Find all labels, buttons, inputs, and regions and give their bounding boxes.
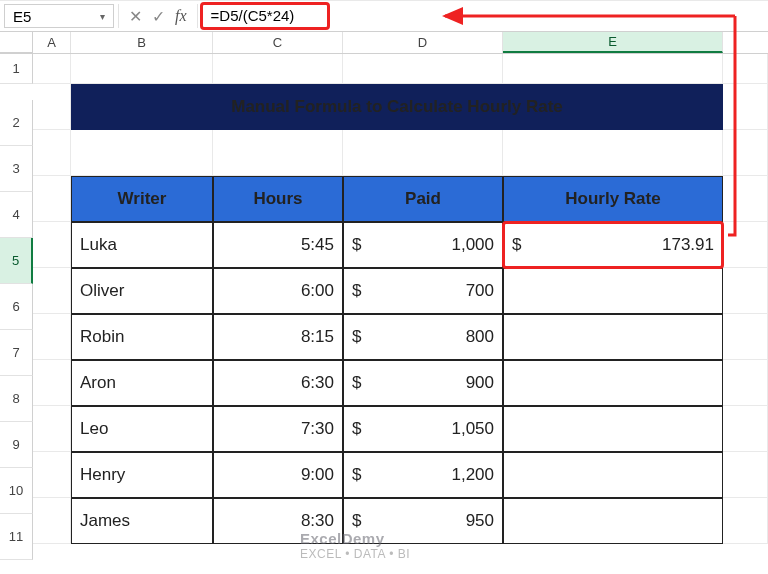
cell[interactable] <box>33 130 71 176</box>
row-header-6[interactable]: 6 <box>0 284 33 330</box>
header-hours[interactable]: Hours <box>213 176 343 222</box>
cell-hours[interactable]: 8:15 <box>213 314 343 360</box>
row-header-5[interactable]: 5 <box>0 238 33 284</box>
paid-value: 1,200 <box>451 465 494 485</box>
cell[interactable] <box>213 54 343 84</box>
watermark-brand: ExcelDemy <box>300 530 385 547</box>
cell-rate[interactable]: $173.91 <box>503 222 723 268</box>
cell[interactable] <box>33 314 71 360</box>
rate-value: 173.91 <box>662 235 714 255</box>
currency-symbol: $ <box>352 511 361 531</box>
cell[interactable] <box>723 498 768 544</box>
cell[interactable] <box>33 406 71 452</box>
chevron-down-icon[interactable]: ▾ <box>100 11 105 22</box>
cell[interactable] <box>33 268 71 314</box>
cell-rate[interactable] <box>503 360 723 406</box>
cell-paid[interactable]: $1,200 <box>343 452 503 498</box>
title-cell[interactable]: Manual Formula to Calculate Hourly Rate <box>71 84 723 130</box>
col-header-a[interactable]: A <box>33 32 71 53</box>
cell-writer[interactable]: Aron <box>71 360 213 406</box>
cell-writer[interactable]: Oliver <box>71 268 213 314</box>
cell-hours[interactable]: 9:00 <box>213 452 343 498</box>
cell[interactable] <box>723 452 768 498</box>
cell-hours[interactable]: 6:00 <box>213 268 343 314</box>
select-all-cell[interactable] <box>0 32 33 53</box>
cell[interactable] <box>723 130 768 176</box>
cell[interactable] <box>33 498 71 544</box>
paid-value: 700 <box>466 281 494 301</box>
enter-icon[interactable]: ✓ <box>152 7 165 26</box>
header-writer[interactable]: Writer <box>71 176 213 222</box>
row-header-1[interactable]: 1 <box>0 54 33 84</box>
paid-value: 950 <box>466 511 494 531</box>
header-paid[interactable]: Paid <box>343 176 503 222</box>
name-box[interactable]: E5 ▾ <box>4 4 114 28</box>
cell[interactable] <box>33 222 71 268</box>
cell-hours[interactable]: 5:45 <box>213 222 343 268</box>
currency-symbol: $ <box>352 465 361 485</box>
fx-icon[interactable]: fx <box>175 7 187 25</box>
row-header-9[interactable]: 9 <box>0 422 33 468</box>
cell[interactable] <box>33 452 71 498</box>
cell-writer[interactable]: Leo <box>71 406 213 452</box>
row-header-10[interactable]: 10 <box>0 468 33 514</box>
cell[interactable] <box>33 54 71 84</box>
row-header-3[interactable]: 3 <box>0 146 33 192</box>
col-header-b[interactable]: B <box>71 32 213 53</box>
row-header-11[interactable]: 11 <box>0 514 33 560</box>
cell[interactable] <box>503 54 723 84</box>
currency-symbol: $ <box>352 235 361 255</box>
cell[interactable] <box>343 54 503 84</box>
cell[interactable] <box>71 130 213 176</box>
cell-paid[interactable]: $1,050 <box>343 406 503 452</box>
row-header-4[interactable]: 4 <box>0 192 33 238</box>
cell-rate[interactable] <box>503 406 723 452</box>
cell-hours[interactable]: 7:30 <box>213 406 343 452</box>
cell[interactable] <box>33 360 71 406</box>
cell[interactable] <box>343 130 503 176</box>
currency-symbol: $ <box>352 281 361 301</box>
cell-rate[interactable] <box>503 498 723 544</box>
cell-writer[interactable]: James <box>71 498 213 544</box>
cell[interactable] <box>213 130 343 176</box>
cell[interactable] <box>723 84 768 130</box>
cell-writer[interactable]: Luka <box>71 222 213 268</box>
col-header-d[interactable]: D <box>343 32 503 53</box>
cell[interactable] <box>71 54 213 84</box>
cell-hours[interactable]: 6:30 <box>213 360 343 406</box>
row-headers: 1 2 3 4 5 6 7 8 9 10 11 <box>0 54 33 560</box>
watermark-tag: EXCEL • DATA • BI <box>300 547 410 561</box>
cell[interactable] <box>723 222 768 268</box>
cell[interactable] <box>723 314 768 360</box>
cell-rate[interactable] <box>503 314 723 360</box>
cell[interactable] <box>723 360 768 406</box>
cell[interactable] <box>723 176 768 222</box>
col-header-c[interactable]: C <box>213 32 343 53</box>
cell-paid[interactable]: $900 <box>343 360 503 406</box>
formula-input[interactable]: =D5/(C5*24) <box>200 2 330 30</box>
cell-writer[interactable]: Robin <box>71 314 213 360</box>
cell-paid[interactable]: $700 <box>343 268 503 314</box>
cell[interactable] <box>503 130 723 176</box>
currency-symbol: $ <box>512 235 521 255</box>
col-header-e[interactable]: E <box>503 32 723 53</box>
cell-writer[interactable]: Henry <box>71 452 213 498</box>
cell[interactable] <box>723 54 768 84</box>
cell-paid[interactable]: $1,000 <box>343 222 503 268</box>
cell[interactable] <box>723 406 768 452</box>
row-header-7[interactable]: 7 <box>0 330 33 376</box>
header-rate[interactable]: Hourly Rate <box>503 176 723 222</box>
spreadsheet-grid[interactable]: Manual Formula to Calculate Hourly Rate … <box>33 54 768 560</box>
paid-value: 1,000 <box>451 235 494 255</box>
cell[interactable] <box>33 176 71 222</box>
cell[interactable] <box>33 84 71 130</box>
cell-rate[interactable] <box>503 452 723 498</box>
cancel-icon[interactable]: ✕ <box>129 7 142 26</box>
cell-rate[interactable] <box>503 268 723 314</box>
column-headers: A B C D E <box>0 32 768 54</box>
cell[interactable] <box>723 268 768 314</box>
row-header-2[interactable]: 2 <box>0 100 33 146</box>
paid-value: 800 <box>466 327 494 347</box>
cell-paid[interactable]: $800 <box>343 314 503 360</box>
row-header-8[interactable]: 8 <box>0 376 33 422</box>
